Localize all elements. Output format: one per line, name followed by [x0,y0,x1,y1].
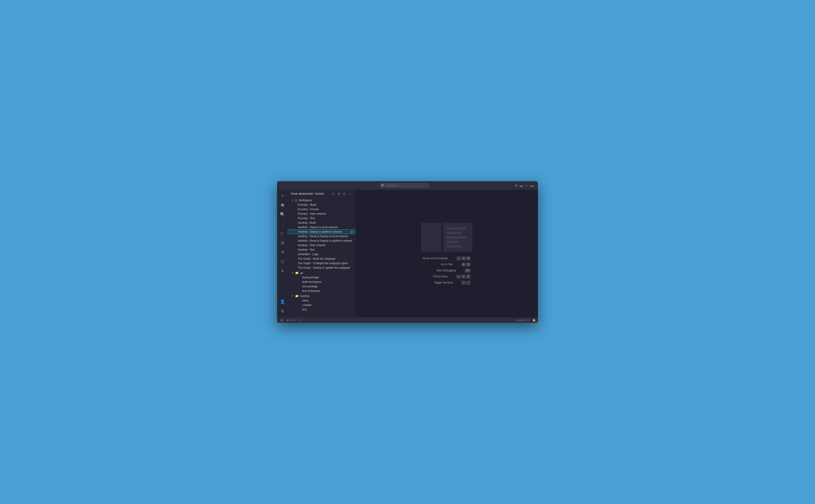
title-search-input[interactable] [379,183,429,188]
status-errors[interactable]: ⊗ 0 ⚠ 0 [286,319,295,322]
search-icon[interactable]: 🔍 [278,210,286,219]
key-shift-2: ⇧ [457,275,461,279]
shortcut-keys-5: ^ ` [462,281,471,285]
account-icon[interactable]: 👤 [278,298,286,306]
layout-icon-2[interactable]: ▬ [519,183,524,188]
run-debug-icon[interactable]: ▷ [278,229,286,237]
run-icon[interactable]: ▶ [351,230,353,233]
search-bar-wrapper: 🔍 [379,183,429,188]
layout-icons: ⊞ ▬ ▭ ▬ [514,183,534,188]
task-hardhat-test[interactable]: Hardhat - Test [288,248,355,252]
shortcut-label-4: Find in Files [423,275,448,278]
back-button[interactable]: ← [281,183,286,188]
task-hardhat-build[interactable]: Hardhat - Build [288,221,355,225]
error-count: 0 [289,319,290,321]
task-test[interactable]: test [290,307,355,312]
task-foundry-start-network[interactable]: Foundry - Start network [288,212,355,216]
title-bar-right: ⊞ ▬ ▭ ▬ [514,183,534,188]
shortcut-keys-1: ⇧ ⌘ P [457,256,471,260]
task-foundry-test[interactable]: Foundry - Test [288,216,355,221]
task-hardhat-start-network[interactable]: Hardhat - Start network [288,243,355,248]
vscode-logo [421,223,472,252]
logo-line-4 [447,241,459,243]
task-graph-build[interactable]: The Graph - Build the subgraph [288,256,355,261]
go-items: build package build workspace test packa… [290,275,355,293]
sidebar-title: TASK MANAGER: TASKS [290,192,324,195]
refresh-button[interactable]: ↻ [331,192,336,196]
key-p-2: P [467,263,471,266]
shortcut-keys-3: F5 [465,269,471,272]
logo-line-5 [447,245,462,248]
task-hardhat-deploy-local[interactable]: Hardhat - Deploy to local network [288,225,355,230]
key-f: F [467,275,471,279]
activity-bar-bottom: 👤 ⚙ [278,298,286,316]
terminal-button[interactable]: ⊡ [342,192,347,196]
task-test-package[interactable]: test package [290,284,355,289]
forward-button[interactable]: → [288,183,294,188]
hardhat-section: ▼ 📁 hardhat clean compile test [288,294,355,312]
main-area: ≡ ⧉ 🔍 ⑂ ▷ ⊞ ⚗ ☑ ✈ 👤 ⚙ TASK MANAGER: TASK… [277,190,538,317]
extensions-icon[interactable]: ⊞ [278,239,286,247]
key-cmd-3: ⌘ [462,275,466,279]
layout-icon-4[interactable]: ▬ [530,183,534,188]
task-foundry-format[interactable]: Foundry - Format [288,207,355,212]
layout-icon-1[interactable]: ⊞ [514,183,518,188]
task-build-workspace[interactable]: build workspace [290,280,355,284]
key-p: P [467,256,471,260]
status-branch[interactable]: ⑂ 1 [298,319,302,321]
hamburger-icon[interactable]: ≡ [278,192,286,200]
sidebar-content: ▼ {} Workspace Foundry - Build Foundry -… [288,198,355,317]
go-folder-icon: 📁 [295,271,299,274]
vscode-window: ← → 🔍 ⊞ ▬ ▭ ▬ ≡ ⧉ 🔍 ⑂ ▷ ⊞ ⚗ [277,181,538,323]
shortcut-label-3: Start Debugging [423,269,456,272]
test-icon[interactable]: ⚗ [278,248,286,256]
task-test-workspace[interactable]: test workspace [290,289,355,293]
go-chevron: ▼ [291,272,294,274]
go-section: ▼ 📁 go build package build workspace tes… [288,270,355,293]
key-backtick: ` [467,281,471,285]
explorer-icon[interactable]: ⧉ [278,201,286,209]
settings-icon[interactable]: ⚙ [278,307,286,315]
layout-icon-3[interactable]: ▭ [525,183,529,188]
branch-icon: ⑂ [298,319,300,321]
go-folder-header[interactable]: ▼ 📁 go [288,270,355,275]
task-hardhat-reset-local[interactable]: Hardhat - Reset & Deploy to local networ… [288,234,355,239]
hardhat-folder-header[interactable]: ▼ 📁 hardhat [288,294,355,298]
status-bar: >< ⊗ 0 ⚠ 0 ⑂ 1 Layout: U.S. 🔔 [277,317,538,323]
task-foundry-build[interactable]: Foundry - Build [288,203,355,207]
status-bell[interactable]: 🔔 [533,319,536,322]
source-control-icon[interactable]: ⑂ [278,220,286,228]
shortcut-label-1: Show All Commands [423,257,448,260]
logo-right-panel [443,223,472,252]
branch-count: 1 [300,319,302,321]
task-icon[interactable]: ☑ [278,258,286,266]
shortcut-toggle-terminal: Toggle Terminal ^ ` [423,281,471,285]
content-area: Show All Commands ⇧ ⌘ P Go to File ⌘ P [355,190,538,317]
more-button[interactable]: ⋯ [348,192,352,196]
task-build-package[interactable]: build package [290,275,355,280]
task-hardhat-deploy-platform[interactable]: Hardhat - Deploy to platform network ▶ [288,230,355,234]
workspace-label: Workspace [299,199,312,202]
sidebar-header: TASK MANAGER: TASKS ↻ ⚙ ⊡ ⋯ [288,190,355,198]
workspace-header[interactable]: ▼ {} Workspace [288,198,355,203]
task-graph-deploy[interactable]: The Graph - Deploy or update the subgrap… [288,265,355,270]
task-graph-codegen[interactable]: The Graph - Codegen the subgraph types [288,261,355,265]
warning-icon: ⚠ [291,319,293,322]
task-compile[interactable]: compile [290,303,355,307]
shortcut-show-all-commands: Show All Commands ⇧ ⌘ P [423,256,471,260]
deploy-icon[interactable]: ✈ [278,267,286,275]
key-cmd-2: ⌘ [462,263,466,266]
search-icon: 🔍 [381,184,384,187]
hardhat-folder-icon: 📁 [295,294,299,298]
hardhat-chevron: ▼ [291,295,294,297]
task-hardhat-reset-platform[interactable]: Hardhat - Reset & Deploy to platform net… [288,239,355,243]
task-clean[interactable]: clean [290,298,355,303]
xterm-icon[interactable]: >< [279,319,284,322]
title-bar: ← → 🔍 ⊞ ▬ ▭ ▬ [277,181,538,190]
status-layout: Layout: U.S. [516,319,530,321]
status-right: Layout: U.S. 🔔 [516,319,536,322]
welcome-container: Show All Commands ⇧ ⌘ P Go to File ⌘ P [421,223,472,285]
settings-button[interactable]: ⚙ [337,192,341,196]
shortcut-find-in-files: Find in Files ⇧ ⌘ F [423,275,471,279]
task-settlemint-login[interactable]: SettleMint - Login [288,252,355,256]
